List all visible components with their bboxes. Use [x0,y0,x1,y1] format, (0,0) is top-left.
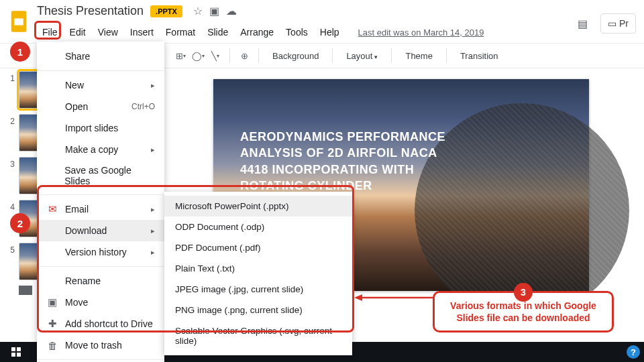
annotation-bubble-3: 3 [514,283,533,302]
filmstrip-icon[interactable] [19,286,32,295]
svg-rect-5 [17,347,21,351]
transition-button[interactable]: Transition [453,48,505,64]
header: Thesis Presentation .PPTX ☆ ▣ ☁ File Edi… [0,0,644,43]
document-title[interactable]: Thesis Presentation [37,4,144,18]
move-icon: ▣ [46,296,58,308]
menu-bar: File Edit View Insert Format Slide Arran… [37,24,484,40]
menu-tools[interactable]: Tools [280,24,313,40]
email-icon: ✉ [46,203,58,215]
line-icon[interactable]: ╲▾ [208,48,223,63]
start-icon[interactable] [4,343,28,361]
svg-marker-3 [354,294,362,301]
annotation-arrow [354,291,435,304]
menu-item-download[interactable]: Download▸ [37,220,164,241]
download-submenu: Microsoft PowerPoint (.pptx) ODP Documen… [164,192,352,355]
slide-title-text[interactable]: AERODYNAMICS PERFORMANCE ANALYSIS OF 2D … [240,129,455,194]
slides-logo-icon[interactable] [7,5,31,38]
menu-arrange[interactable]: Arrange [235,24,279,40]
last-edit-link[interactable]: Last edit was on March 14, 2019 [358,27,484,38]
trash-icon: 🗑 [46,339,58,351]
menu-item-add-shortcut[interactable]: ✚Add shortcut to Drive [37,313,164,335]
menu-insert[interactable]: Insert [125,24,159,40]
menu-item-move[interactable]: ▣Move [37,292,164,313]
menu-item-open[interactable]: OpenCtrl+O [37,96,164,117]
menu-item-trash[interactable]: 🗑Move to trash [37,335,164,356]
textbox-icon[interactable]: ⊞▾ [173,48,188,63]
thumb-number: 5 [4,243,15,255]
menu-item-version-history[interactable]: Version history▸ [37,241,164,263]
menu-item-make-copy[interactable]: Make a copy▸ [37,139,164,160]
shortcut-icon: ✚ [46,318,58,330]
menu-file[interactable]: File [37,24,63,40]
menu-item-rename[interactable]: Rename [37,270,164,292]
menu-item-new[interactable]: New▸ [37,74,164,96]
comments-icon[interactable]: ▤ [574,15,591,32]
star-icon[interactable]: ☆ [193,5,203,17]
svg-rect-6 [11,353,15,357]
layout-button[interactable]: Layout▾ [339,48,384,64]
background-button[interactable]: Background [266,48,325,64]
file-dropdown-menu: Share New▸ OpenCtrl+O Import slides Make… [37,42,164,362]
svg-rect-4 [11,347,15,351]
download-pptx[interactable]: Microsoft PowerPoint (.pptx) [164,196,352,217]
thumb-number: 1 [4,71,15,83]
cloud-status-icon: ☁ [226,5,237,17]
download-pdf[interactable]: PDF Document (.pdf) [164,237,352,258]
annotation-bubble-1: 1 [10,42,30,62]
menu-slide[interactable]: Slide [202,24,233,40]
thumb-number: 3 [4,157,15,169]
help-icon[interactable]: ? [627,345,640,359]
svg-rect-7 [17,353,21,357]
download-svg[interactable]: Scalable Vector Graphics (.svg, current … [164,320,352,351]
thumb-number: 2 [4,114,15,126]
menu-item-save-as-slides[interactable]: Save as Google Slides [37,160,164,191]
menu-item-email[interactable]: ✉Email▸ [37,198,164,220]
thumb-number: 4 [4,200,15,212]
pptx-badge: .PPTX [150,5,182,17]
menu-view[interactable]: View [93,24,123,40]
menu-item-import[interactable]: Import slides [37,117,164,139]
theme-button[interactable]: Theme [398,48,439,64]
annotation-bubble-2: 2 [10,213,30,233]
move-folder-icon[interactable]: ▣ [209,5,219,17]
comment-icon[interactable]: ⊕ [237,48,252,63]
menu-edit[interactable]: Edit [64,24,91,40]
menu-item-share[interactable]: Share [37,46,164,67]
download-txt[interactable]: Plain Text (.txt) [164,258,352,279]
download-png[interactable]: PNG image (.png, current slide) [164,300,352,320]
svg-rect-1 [14,19,23,25]
menu-help[interactable]: Help [315,24,345,40]
shape-icon[interactable]: ◯▾ [191,48,205,63]
download-jpg[interactable]: JPEG image (.jpg, current slide) [164,279,352,300]
present-button[interactable]: ▭Pr [600,13,636,34]
download-odp[interactable]: ODP Document (.odp) [164,217,352,237]
menu-format[interactable]: Format [160,24,201,40]
annotation-callout: 3 Various formats in which Google Slides… [433,291,614,333]
